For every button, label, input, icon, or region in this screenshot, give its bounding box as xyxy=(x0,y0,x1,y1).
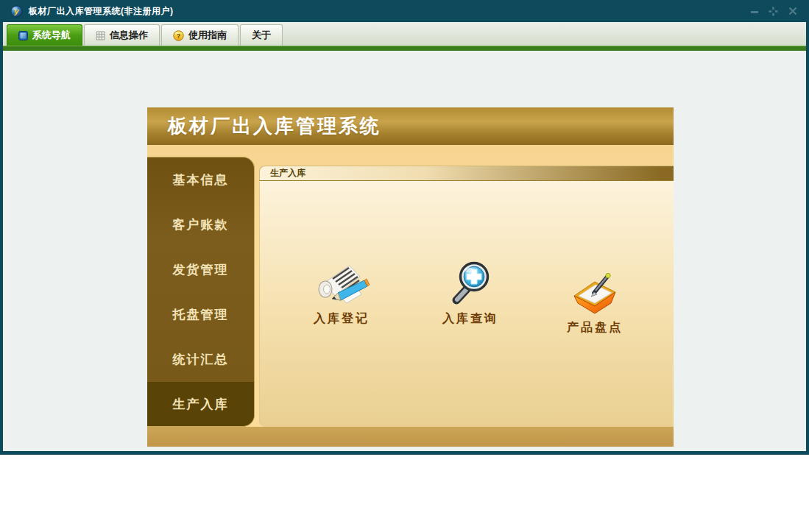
groupbox-production-inbound: 生产入库 xyxy=(259,166,674,427)
svg-text:y: y xyxy=(13,7,19,15)
panel-footer-strip xyxy=(147,427,674,447)
tab-user-guide[interactable]: ? 使用指南 xyxy=(161,24,239,46)
app-logo-icon: y xyxy=(10,5,23,18)
sidebar-menu: 基本信息 客户账款 发货管理 托盘管理 统计汇总 生产入库 xyxy=(147,157,255,427)
tabbar: 系统导航 信息操作 ? 使用指南 关于 xyxy=(3,22,806,46)
tab-about[interactable]: 关于 xyxy=(240,24,283,46)
panel-title: 板材厂出入库管理系统 xyxy=(168,113,381,139)
shortcut-inbound-query[interactable]: 入库查询 xyxy=(415,255,526,327)
sidebar-item-shipping-mgmt[interactable]: 发货管理 xyxy=(147,247,254,292)
shortcut-inbound-register[interactable]: 入库登记 xyxy=(286,255,397,327)
app-window: y 板材厂出入库管理系统(非注册用户) xyxy=(0,0,809,455)
panel-header: 板材厂出入库管理系统 xyxy=(147,107,674,145)
green-accent-bar xyxy=(3,46,806,51)
close-icon xyxy=(788,7,797,15)
shortcut-product-inventory[interactable]: 产品盘点 xyxy=(540,263,650,336)
window-title: 板材厂出入库管理系统(非注册用户) xyxy=(29,5,174,18)
tab-label: 信息操作 xyxy=(110,29,148,42)
tab-label: 使用指南 xyxy=(188,29,227,42)
inventory-folder-icon xyxy=(569,269,621,316)
minimize-button[interactable] xyxy=(749,7,759,16)
tab-label: 关于 xyxy=(252,29,271,42)
nav-square-icon xyxy=(18,31,28,40)
groupbox-title: 生产入库 xyxy=(259,166,674,181)
groupbox-content: 入库登记 xyxy=(259,181,674,427)
tab-info-ops[interactable]: 信息操作 xyxy=(84,24,160,46)
shortcut-label-inbound-register: 入库登记 xyxy=(286,311,397,327)
help-icon: ? xyxy=(173,30,184,41)
minimize-icon xyxy=(750,7,759,15)
shortcut-label-inbound-query: 入库查询 xyxy=(415,311,526,327)
sidebar-item-basic-info[interactable]: 基本信息 xyxy=(147,157,254,202)
tab-system-nav[interactable]: 系统导航 xyxy=(7,24,82,46)
sidebar-item-customer-accounts[interactable]: 客户账款 xyxy=(147,202,254,247)
register-scroll-icon xyxy=(313,260,370,308)
shortcut-label-product-inventory: 产品盘点 xyxy=(540,320,650,336)
sidebar-item-production-inbound[interactable]: 生产入库 xyxy=(147,382,254,427)
restore-icon xyxy=(769,7,778,16)
grid-icon xyxy=(96,31,105,40)
sidebar-item-statistics[interactable]: 统计汇总 xyxy=(147,337,254,382)
titlebar[interactable]: y 板材厂出入库管理系统(非注册用户) xyxy=(3,0,806,22)
close-button[interactable] xyxy=(788,7,797,16)
restore-button[interactable] xyxy=(769,7,778,16)
main-panel: 板材厂出入库管理系统 基本信息 客户账款 发货管理 托盘管理 统计汇总 生产入库… xyxy=(147,107,674,447)
search-magnifier-icon xyxy=(447,258,494,308)
sidebar-item-pallet-mgmt[interactable]: 托盘管理 xyxy=(147,292,254,337)
tab-label: 系统导航 xyxy=(32,29,71,42)
svg-text:?: ? xyxy=(177,32,181,40)
